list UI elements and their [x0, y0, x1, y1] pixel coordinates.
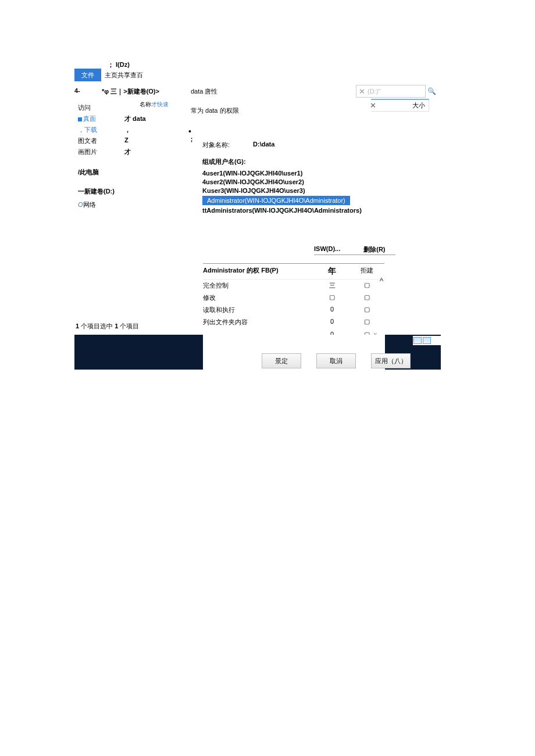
perm-header-name: Administrator 的权 FB(P) — [203, 266, 315, 277]
user-list-item[interactable]: ttAdministrators(WIN-IOJQGKJHI4O\Adminis… — [202, 207, 386, 214]
nav-back[interactable]: 4- — [74, 87, 80, 94]
corner-mark-a: A — [380, 277, 383, 282]
sidebar-col2 — [124, 103, 148, 112]
tab-file[interactable]: 文件 — [74, 69, 101, 81]
icons-view-icon[interactable] — [423, 337, 431, 344]
object-name-value: D:\data — [253, 141, 274, 149]
nav-pane: 访问 真面 才 data ，下载 ， 图文者 Z 画图片 才 /此电脑 一新建卷… — [78, 102, 148, 209]
square-icon — [78, 117, 82, 121]
permissions-table: Administrator 的权 FB(P) 年 拒建 A 完全控制 三 ▢ 修… — [203, 263, 384, 338]
button-underline — [314, 255, 395, 255]
sidebar-item-downloads[interactable]: ，下载 ， — [78, 124, 148, 135]
perm-allow-checkbox[interactable]: ▢ — [315, 293, 349, 302]
sidebar-col2: Z — [124, 137, 148, 145]
sidebar-item-pictures[interactable]: 画图片 才 — [78, 146, 148, 157]
sidebar-item-newvolume[interactable]: 一新建卷(D:) — [78, 187, 148, 196]
cancel-button[interactable]: 取涓 — [316, 353, 356, 368]
properties-dialog: data 唐性 常为 data 的权限 对象名称: D:\data 组或用户名(… — [191, 87, 386, 216]
breadcrumb[interactable]: *φ 三｜>新建卷(O)> — [102, 87, 159, 96]
perm-header-allow: 年 — [315, 266, 349, 277]
size-label: 大小 — [412, 101, 425, 110]
status-tail: 个项目 — [118, 323, 139, 329]
ribbon-tabs: 文件 主页共享查百 — [74, 69, 147, 81]
window-title: ； I(Dz) — [108, 60, 130, 69]
perm-allow-checkbox[interactable]: 0 — [315, 318, 349, 327]
apply-button[interactable]: 应用（八） — [371, 353, 411, 368]
view-mode-switch[interactable] — [413, 336, 441, 345]
user-list-item[interactable]: 4user2(WIN-IOJQGKJHI4O\user2) — [202, 178, 386, 185]
perm-deny-checkbox[interactable]: ▢ — [349, 293, 384, 302]
status-bar: 1 个项目选中 1 个项目 — [76, 322, 139, 331]
status-text: 个项目选中 — [79, 323, 115, 329]
sidebar-item-quickaccess[interactable]: 访问 — [78, 102, 148, 113]
perm-label: 读取和执行 — [203, 306, 315, 314]
perm-deny-checkbox[interactable]: ▢ — [349, 318, 384, 327]
globe-icon: O — [78, 201, 83, 208]
perm-header-deny: 拒建 — [349, 266, 384, 277]
sidebar-item-label: 访问 — [78, 103, 91, 112]
sidebar-col2: 才 data — [124, 114, 148, 123]
remove-button[interactable]: 删除(R) — [363, 245, 385, 254]
dialog-subtitle: 常为 data 的权限 — [191, 106, 386, 115]
sidebar-item-label: ，下载 — [78, 126, 97, 134]
user-list-item[interactable]: Kuser3(WIN-IOJQGKJHI4O\user3) — [202, 187, 386, 194]
object-name-label: 对象名称: — [202, 141, 230, 149]
perm-label: 修改 — [203, 293, 315, 302]
sidebar-item-thispc[interactable]: /此电脑 — [78, 168, 148, 177]
perm-deny-checkbox[interactable]: ▢ — [349, 281, 384, 290]
add-button[interactable]: ISW(D)... — [314, 245, 340, 254]
sidebar-item-network[interactable]: O网络 — [78, 200, 148, 209]
sidebar-item-label: 画图片 — [78, 148, 97, 156]
details-view-icon[interactable] — [413, 337, 422, 344]
col-name-link: 才快速 — [151, 101, 169, 108]
user-list-item-selected[interactable]: Administrator(WIN-IOJQGKJHI4O\Administra… — [202, 196, 350, 205]
desktop-text: 真面 — [83, 115, 96, 122]
sidebar-item-desktop[interactable]: 真面 才 data — [78, 113, 148, 124]
perm-label: 列出文件夹内容 — [203, 318, 315, 327]
perm-allow-checkbox[interactable]: 三 — [315, 281, 349, 290]
ok-button[interactable]: 景定 — [262, 353, 301, 368]
group-user-label: 组或用户名(G): — [202, 157, 386, 166]
user-list-item[interactable]: 4user1(WIN-IOJQGKJHI40\user1) — [202, 170, 386, 177]
sidebar-col2: ， — [124, 126, 148, 134]
search-icon[interactable]: 🔍 — [427, 87, 436, 95]
network-label: 网络 — [83, 201, 96, 208]
perm-deny-checkbox[interactable]: ▢ — [349, 306, 384, 314]
perm-allow-checkbox[interactable]: 0 — [315, 306, 349, 314]
sidebar-item-label: 真面 — [78, 114, 96, 123]
dialog-button-row: 景定 取涓 应用（八） — [262, 353, 411, 368]
sidebar-item-documents[interactable]: 图文者 Z — [78, 135, 148, 146]
tab-home-share-view[interactable]: 主页共享查百 — [101, 69, 147, 81]
perm-label: 完全控制 — [203, 281, 315, 290]
sidebar-col2: 才 — [124, 148, 148, 156]
dialog-title: data 唐性 — [191, 87, 386, 96]
sidebar-item-label: 图文者 — [78, 137, 97, 145]
